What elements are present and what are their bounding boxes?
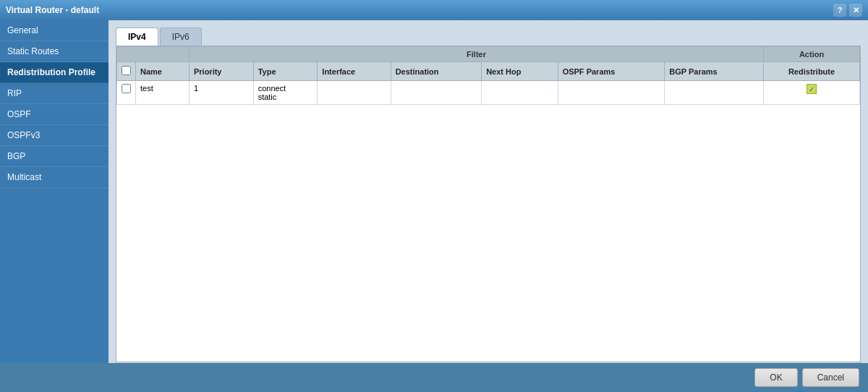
select-all-checkbox[interactable] <box>122 66 131 75</box>
cell-bgp-params <box>665 81 764 105</box>
cell-redistribute: ✓ <box>764 81 860 105</box>
sidebar-item-static-routes[interactable]: Static Routes <box>0 41 109 62</box>
close-icon[interactable]: ✕ <box>849 4 862 17</box>
window-title: Virtual Router - default <box>6 5 99 15</box>
cell-priority: 1 <box>189 81 253 105</box>
header-type: Type <box>253 62 318 81</box>
sidebar: General Static Routes Redistribution Pro… <box>0 20 109 392</box>
title-bar: Virtual Router - default ? ✕ <box>0 0 868 20</box>
app-window: Virtual Router - default ? ✕ General Sta… <box>0 0 868 392</box>
cell-next-hop <box>482 81 558 105</box>
header-redistribute: Redistribute <box>764 62 860 81</box>
content-area: IPv4 IPv6 Filter Action <box>109 20 868 392</box>
header-next-hop: Next Hop <box>482 62 558 81</box>
row-checkbox[interactable] <box>122 84 131 93</box>
header-name: Name <box>136 62 190 81</box>
sidebar-item-bgp[interactable]: BGP <box>0 146 109 167</box>
cell-destination <box>391 81 482 105</box>
table-container: Filter Action Name Priority Type <box>116 46 861 385</box>
header-destination: Destination <box>391 62 482 81</box>
sidebar-item-multicast[interactable]: Multicast <box>0 167 109 188</box>
tab-ipv6[interactable]: IPv6 <box>160 27 202 46</box>
header-priority: Priority <box>189 62 253 81</box>
cell-interface <box>318 81 391 105</box>
tabs: IPv4 IPv6 <box>116 27 861 46</box>
cell-name: test <box>136 81 190 105</box>
main-layout: General Static Routes Redistribution Pro… <box>0 20 868 392</box>
title-bar-icons: ? ✕ <box>833 4 862 17</box>
help-icon[interactable]: ? <box>833 4 846 17</box>
sidebar-item-ospf[interactable]: OSPF <box>0 104 109 125</box>
sidebar-item-general[interactable]: General <box>0 20 109 41</box>
cancel-button[interactable]: Cancel <box>802 368 859 387</box>
cell-ospf-params <box>558 81 665 105</box>
sidebar-item-redistribution-profile[interactable]: Redistribution Profile <box>0 62 109 83</box>
redistribute-check-icon: ✓ <box>807 84 817 94</box>
filter-label: Filter <box>189 47 763 62</box>
filter-row: Filter Action <box>117 47 860 62</box>
header-interface: Interface <box>318 62 391 81</box>
tab-ipv4[interactable]: IPv4 <box>116 27 158 46</box>
ok-button[interactable]: OK <box>754 368 797 387</box>
table-wrapper[interactable]: Filter Action Name Priority Type <box>116 46 860 362</box>
data-table: Filter Action Name Priority Type <box>116 46 860 105</box>
column-headers: Name Priority Type Interface Destination… <box>117 62 860 81</box>
bottom-bar: OK Cancel <box>0 363 868 392</box>
cell-type: connectstatic <box>253 81 318 105</box>
header-bgp-params: BGP Params <box>665 62 764 81</box>
sidebar-item-ospfv3[interactable]: OSPFv3 <box>0 125 109 146</box>
header-ospf-params: OSPF Params <box>558 62 665 81</box>
header-checkbox-cell <box>117 62 136 81</box>
sidebar-item-rip[interactable]: RIP <box>0 83 109 104</box>
action-label: Action <box>764 47 860 62</box>
row-checkbox-cell <box>117 81 136 105</box>
table-row[interactable]: test 1 connectstatic ✓ <box>117 81 860 105</box>
